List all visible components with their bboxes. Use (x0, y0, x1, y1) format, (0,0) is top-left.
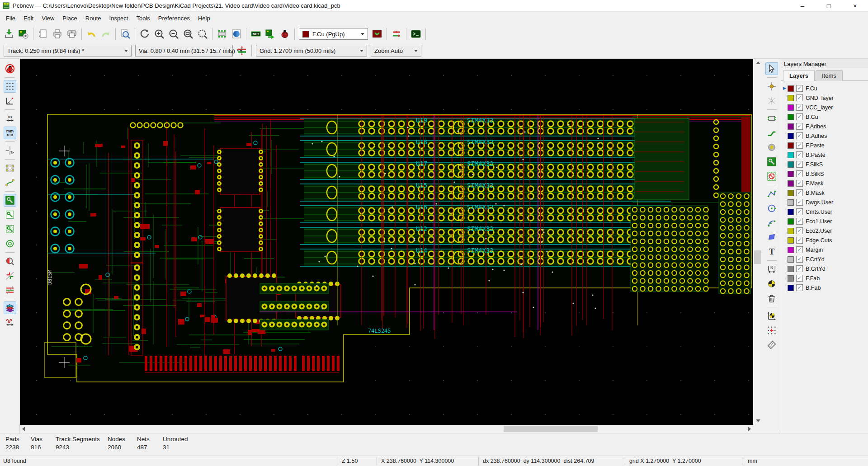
layer-row-margin[interactable]: ✓Margin (783, 245, 868, 254)
layer-row-eco1.user[interactable]: ✓Eco1.User (783, 217, 868, 226)
zoom-in-icon[interactable] (152, 27, 166, 41)
layer-visibility-checkbox[interactable]: ✓ (796, 218, 803, 225)
menu-place[interactable]: Place (58, 13, 81, 24)
layer-color-swatch[interactable] (788, 85, 794, 92)
layer-row-f.silks[interactable]: ✓F.SilkS (783, 160, 868, 169)
ratsnest-curved-icon[interactable] (4, 176, 16, 189)
show-ratsnest-icon[interactable] (215, 27, 229, 41)
layer-visibility-checkbox[interactable]: ✓ (796, 104, 803, 111)
minimize-button[interactable]: – (789, 0, 816, 12)
via-outline-icon[interactable] (4, 237, 16, 250)
menu-inspect[interactable]: Inspect (105, 13, 132, 24)
undo-icon[interactable] (85, 27, 98, 41)
layer-row-b.silks[interactable]: ✓B.SilkS (783, 169, 868, 179)
layer-row-gnd_layer[interactable]: ✓GND_layer (783, 93, 868, 103)
layer-color-swatch[interactable] (788, 161, 794, 168)
layer-row-f.crtyd[interactable]: ✓F.CrtYd (783, 254, 868, 264)
scripting-console-icon[interactable] (409, 27, 423, 41)
local-ratsnest-icon[interactable] (765, 94, 778, 107)
vertical-scrollbar[interactable] (753, 59, 762, 425)
drc-off-icon[interactable] (4, 62, 16, 75)
layer-visibility-checkbox[interactable]: ✓ (796, 284, 803, 291)
layer-color-swatch[interactable] (788, 266, 794, 272)
horizontal-scroll-thumb[interactable] (504, 426, 598, 432)
layer-row-f.fab[interactable]: ✓F.Fab (783, 273, 868, 283)
layer-color-swatch[interactable] (788, 114, 794, 120)
layer-visibility-checkbox[interactable]: ✓ (796, 85, 803, 92)
route-settings-icon[interactable] (390, 27, 403, 41)
grid-dots-icon[interactable] (4, 80, 16, 93)
track-width-select[interactable]: Track: 0.250 mm (9.84 mils) * (4, 45, 132, 56)
layer-color-swatch[interactable] (788, 256, 794, 263)
layer-visibility-checkbox[interactable]: ✓ (796, 170, 803, 177)
print-icon[interactable] (51, 27, 64, 41)
menu-route[interactable]: Route (81, 13, 105, 24)
layer-visibility-checkbox[interactable]: ✓ (796, 208, 803, 215)
layer-row-b.mask[interactable]: ✓B.Mask (783, 188, 868, 198)
select-tool-icon[interactable] (765, 62, 778, 75)
3d-viewer-icon[interactable] (230, 27, 243, 41)
scroll-right-icon[interactable] (748, 427, 751, 431)
close-button[interactable]: × (842, 0, 868, 12)
layer-visibility-checkbox[interactable]: ✓ (796, 227, 803, 234)
layer-visibility-checkbox[interactable]: ✓ (796, 142, 803, 149)
layer-row-b.fab[interactable]: ✓B.Fab (783, 283, 868, 292)
route-tracks-icon[interactable] (765, 127, 778, 139)
layer-color-swatch[interactable] (788, 237, 794, 244)
layer-visibility-checkbox[interactable]: ✓ (796, 113, 803, 120)
layer-visibility-checkbox[interactable]: ✓ (796, 123, 803, 130)
place-target-icon[interactable] (765, 278, 778, 290)
place-footprint-icon[interactable] (765, 112, 778, 125)
zoom-out-icon[interactable] (167, 27, 180, 41)
drc-icon[interactable] (278, 27, 292, 41)
clearance-lines-icon[interactable] (4, 284, 16, 297)
tab-layers[interactable]: Layers (783, 70, 815, 81)
grid-select[interactable]: Grid: 1.2700 mm (50.00 mils) (256, 45, 367, 56)
layer-color-swatch[interactable] (788, 152, 794, 158)
units-inches-icon[interactable]: in (4, 112, 16, 125)
scroll-left-icon[interactable] (22, 427, 25, 431)
layer-row-f.paste[interactable]: ✓F.Paste (783, 141, 868, 150)
add-keepout-icon[interactable] (765, 170, 778, 183)
find-icon[interactable] (118, 27, 132, 41)
zone-sketch-icon[interactable] (4, 223, 16, 235)
zoom-fit-icon[interactable] (181, 27, 195, 41)
layer-color-swatch[interactable] (788, 171, 794, 177)
add-dimension-icon[interactable]: N (765, 263, 778, 276)
zoom-select[interactable]: Zoom Auto (371, 45, 421, 56)
layer-color-swatch[interactable] (788, 218, 794, 225)
layer-row-f.cu[interactable]: ▶✓F.Cu (783, 84, 868, 93)
layer-color-swatch[interactable] (788, 123, 794, 130)
add-text-icon[interactable]: T (765, 245, 778, 258)
length-tuning-icon[interactable] (4, 316, 16, 329)
draw-polygon-icon[interactable] (765, 231, 778, 244)
layer-row-dwgs.user[interactable]: ✓Dwgs.User (783, 198, 868, 207)
menu-tools[interactable]: Tools (132, 13, 154, 24)
highlight-net-tool-icon[interactable] (765, 80, 778, 93)
menu-preferences[interactable]: Preferences (154, 13, 194, 24)
layer-row-cmts.user[interactable]: ✓Cmts.User (783, 207, 868, 217)
draw-line-icon[interactable] (765, 188, 778, 200)
maximize-button[interactable]: □ (816, 0, 842, 12)
layer-row-vcc_layer[interactable]: ✓VCC_layer (783, 103, 868, 112)
layer-row-b.cu[interactable]: ✓B.Cu (783, 112, 868, 122)
polar-coords-icon[interactable] (4, 94, 16, 107)
layer-color-swatch[interactable] (788, 209, 794, 215)
layer-visibility-checkbox[interactable]: ✓ (796, 199, 803, 206)
layer-row-f.mask[interactable]: ✓F.Mask (783, 179, 868, 188)
drill-origin-icon[interactable] (765, 310, 778, 322)
layer-row-edge.cuts[interactable]: ✓Edge.Cuts (783, 235, 868, 245)
layer-visibility-checkbox[interactable]: ✓ (796, 265, 803, 272)
grid-origin-icon[interactable] (765, 324, 778, 337)
scroll-up-icon[interactable] (756, 61, 760, 64)
save-icon[interactable] (2, 27, 16, 41)
plot-icon[interactable] (65, 27, 79, 41)
layer-visibility-checkbox[interactable]: ✓ (796, 246, 803, 253)
layer-color-swatch[interactable] (788, 285, 794, 291)
pcb-canvas[interactable]: U19SIM4X32U18SIM4X32U17SIM4X32U15SIM4X32… (20, 59, 753, 425)
layer-row-b.adhes[interactable]: ✓B.Adhes (783, 131, 868, 141)
layer-visibility-checkbox[interactable]: ✓ (796, 237, 803, 244)
layer-color-swatch[interactable] (788, 104, 794, 111)
layer-visibility-checkbox[interactable]: ✓ (796, 161, 803, 168)
zoom-selection-icon[interactable] (196, 27, 209, 41)
